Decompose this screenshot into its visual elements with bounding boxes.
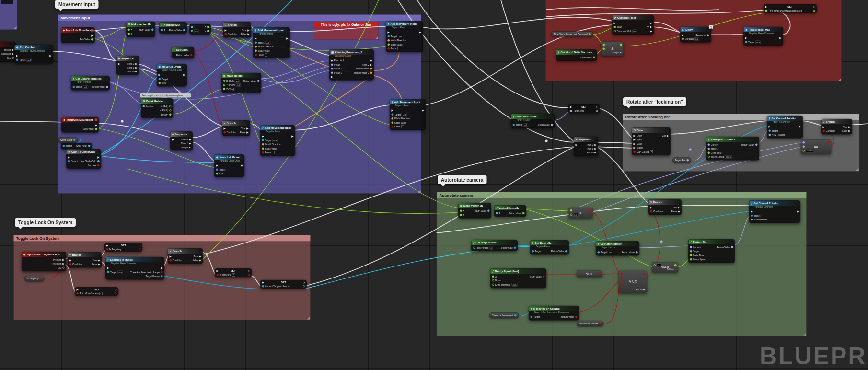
data-pin[interactable] <box>813 10 815 12</box>
set-control-rotation-1[interactable]: ƒSet Control RotationTarget is Controlle… <box>767 116 803 139</box>
get-controller[interactable]: ƒGet ControllerTarget is PawnTargetRetur… <box>530 240 569 255</box>
exec-pin[interactable]: ▶ <box>106 244 108 247</box>
node-title-bar[interactable]: ⑂Branch <box>822 119 852 125</box>
pin-value-input[interactable]: self <box>117 270 123 274</box>
return-value-pin[interactable] <box>543 276 545 278</box>
return-value-pin[interactable] <box>731 246 733 249</box>
force-pin[interactable] <box>262 151 265 154</box>
sequence-1[interactable]: ⫸Sequence▶Then 0▶Then 1▶Add pin ✚ <box>116 56 139 75</box>
target-pin[interactable] <box>159 78 161 81</box>
get-player-pawn[interactable]: ƒGet Player PawnPlayer Index0Return Valu… <box>471 240 518 251</box>
add-movement-input-2[interactable]: ƒAdd Movement InputTarget is Pawn▶▶Targe… <box>260 125 295 156</box>
set-current-targeted-enemy[interactable]: ▶SET▷Current Targeted Enemy <box>260 280 307 289</box>
comment-title-rotate-after-lock[interactable]: Rotate after "locking on" <box>623 97 686 106</box>
greater-than[interactable]: 0.0> <box>568 208 593 218</box>
false-pin[interactable]: ▶ <box>98 263 100 266</box>
pressed-pin[interactable]: ▶ <box>12 48 14 51</box>
make-vector2d-2[interactable]: ⊞Make Vector 2DXReturn ValueY <box>458 203 491 219</box>
pin-value-input[interactable]: self <box>83 85 88 89</box>
player-index-pin[interactable] <box>473 247 475 249</box>
pin-value-input[interactable]: 0.0 <box>235 79 240 82</box>
set-is-targeting-2[interactable]: ▶SET▷Is Targeting✓ <box>215 268 252 277</box>
false-pin[interactable]: ▶ <box>199 259 201 262</box>
target-pin[interactable] <box>532 250 534 253</box>
add-pin-button[interactable]: Add pin ✚ <box>602 51 624 55</box>
duration-pin[interactable] <box>682 38 684 40</box>
x-roll--pin[interactable] <box>223 80 226 82</box>
branch-4[interactable]: ⑂Branch▶True▶ConditionFalse▶ <box>648 199 682 215</box>
exec-pin[interactable]: ▶ <box>769 126 771 128</box>
pin-value-input[interactable]: 0.0 <box>632 29 637 33</box>
key-pin[interactable] <box>62 267 65 269</box>
inputaxis-moveforward[interactable]: ◈InputAxis MoveForward▶Axis Value <box>61 27 95 43</box>
error-tolerance-pin[interactable] <box>492 284 495 286</box>
exec-pin[interactable]: ▶ <box>159 74 161 77</box>
exec-pin[interactable]: ▶ <box>216 164 218 167</box>
exec-pin[interactable]: ▶ <box>331 76 333 79</box>
pin-value-input[interactable]: self <box>402 113 407 116</box>
completed-pin[interactable]: ▶ <box>707 34 709 36</box>
data-pin[interactable] <box>598 272 601 275</box>
pin-checkbox[interactable]: ✓ <box>650 150 653 153</box>
pin-value-input[interactable]: 0 <box>489 246 492 249</box>
node-title-bar[interactable]: ▦ClimbingMovement_2 <box>330 50 374 55</box>
and-bool[interactable]: Add pin ✚AND <box>619 271 647 293</box>
interp-speed-pin[interactable] <box>708 156 710 158</box>
exec-pin[interactable]: ▶ <box>77 288 79 291</box>
exec-pin[interactable]: ▶ <box>576 143 578 146</box>
exec-pin[interactable]: ▶ <box>107 267 109 270</box>
node-title-bar[interactable]: ⑂Branch <box>68 253 102 258</box>
released-pin[interactable]: ▶ <box>12 53 14 56</box>
node-title-bar[interactable]: ⊞Make Rotator <box>222 73 261 79</box>
inputaxis-moveright[interactable]: ◈InputAxis MoveRight▶Axis Value <box>61 117 99 133</box>
node-title-bar[interactable]: ◈InputAxis MoveForward <box>61 28 95 33</box>
x-pin[interactable] <box>128 29 130 31</box>
return-value-pin[interactable] <box>106 86 108 88</box>
exec-pin[interactable]: ▶ <box>91 34 93 37</box>
data-pin[interactable] <box>570 214 573 216</box>
pin-checkbox[interactable]: ✓ <box>232 273 235 276</box>
inputaction-targetlockon[interactable]: ◈InputAction TargetLockOnPressed▶Release… <box>22 252 66 271</box>
exec-pin[interactable]: ▷ <box>139 244 140 247</box>
exec-pin[interactable]: ▶ <box>614 22 616 24</box>
return-value-pin[interactable] <box>593 57 595 59</box>
data-pin[interactable] <box>589 209 591 212</box>
pin-value-input[interactable]: self <box>755 40 761 44</box>
auto-movecamera-pin[interactable] <box>77 292 79 295</box>
break-rotator[interactable]: ⊟Break RotatorRotationX (Roll)Y (Pitch)Z… <box>141 98 173 118</box>
return-value-pin[interactable] <box>522 212 525 215</box>
y-pitch--pin[interactable] <box>169 109 172 112</box>
comment-title-toggle-lock-on[interactable]: Toggle Lock On System <box>15 218 76 227</box>
exec-pin[interactable]: ▶ <box>419 31 421 34</box>
compare-with-pin[interactable] <box>614 30 616 33</box>
condition-pin[interactable] <box>224 131 226 134</box>
object-pin[interactable] <box>68 160 70 162</box>
pin-checkbox[interactable] <box>265 53 267 56</box>
released-pin[interactable]: ▶ <box>62 263 64 266</box>
data-pin[interactable] <box>303 285 305 288</box>
return-value-pin[interactable] <box>487 210 490 212</box>
toggle-pin[interactable]: ▶ <box>634 147 636 150</box>
target-pin[interactable] <box>107 271 110 274</box>
add-pin-button[interactable]: Add pin ✚ <box>619 288 647 292</box>
exec-pin[interactable]: ▶ <box>291 135 293 138</box>
then-0-pin[interactable]: ▶ <box>135 62 137 65</box>
exec-pin[interactable]: ▶ <box>118 62 120 65</box>
node-title-bar[interactable]: ≷Compare Float <box>613 15 654 21</box>
set-time-since-damaged[interactable]: ▶SET▷Time Since Player Last Damaged <box>764 4 817 13</box>
exec-pin[interactable]: ▶ <box>650 206 652 209</box>
key-pin[interactable] <box>12 57 14 59</box>
variable-output-pin[interactable] <box>40 278 42 280</box>
exec-pin[interactable]: ▶ <box>241 164 243 167</box>
new-rotation-pin[interactable] <box>769 134 771 136</box>
exec-pin[interactable]: ▶ <box>682 34 684 36</box>
is-targeting-pin[interactable] <box>217 274 219 276</box>
node-title-bar[interactable]: ⑂Branch <box>223 23 251 28</box>
exec-pin[interactable]: ▷ <box>813 5 815 8</box>
--pin[interactable]: ▶ <box>650 26 652 29</box>
branch-3[interactable]: ⑂Branch▶True▶ConditionFalse▶ <box>821 119 852 135</box>
data-pin[interactable] <box>191 26 194 28</box>
return-value-pin[interactable] <box>190 54 193 57</box>
data-pin[interactable] <box>570 209 573 212</box>
target-pin[interactable] <box>388 35 390 38</box>
